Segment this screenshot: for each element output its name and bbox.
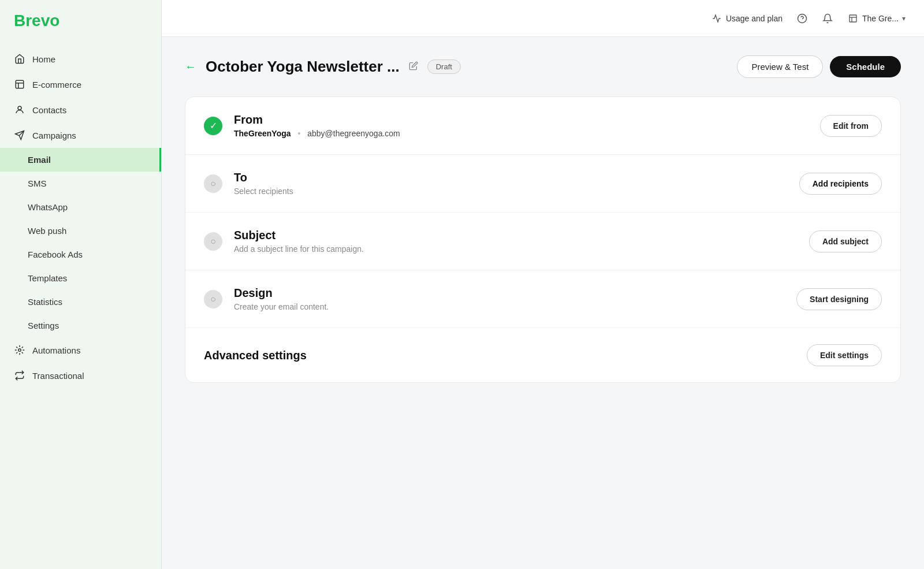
from-title: From <box>234 113 808 127</box>
start-designing-button[interactable]: Start designing <box>796 288 882 310</box>
to-section: ○ To Select recipients Add recipients <box>185 155 900 213</box>
help-item[interactable] <box>796 13 808 24</box>
usage-plan-label: Usage and plan <box>726 14 783 23</box>
subject-subtitle: Add a subject line for this campaign. <box>234 244 798 254</box>
to-action: Add recipients <box>799 173 882 195</box>
usage-plan-item[interactable]: Usage and plan <box>711 13 783 24</box>
advanced-section: Advanced settings Edit settings <box>185 328 900 382</box>
edit-settings-button[interactable]: Edit settings <box>807 344 882 366</box>
subject-section: ○ Subject Add a subject line for this ca… <box>185 213 900 270</box>
sidebar-item-settings[interactable]: Settings <box>0 314 161 337</box>
to-subtitle: Select recipients <box>234 187 788 196</box>
design-section: ○ Design Create your email content. Star… <box>185 270 900 328</box>
to-status-icon: ○ <box>204 174 222 193</box>
sidebar-item-webpush[interactable]: Web push <box>0 219 161 243</box>
sidebar-item-webpush-label: Web push <box>28 226 66 236</box>
sidebar-item-contacts-label: Contacts <box>32 105 66 115</box>
sidebar-item-ecommerce-label: E-commerce <box>32 80 81 90</box>
sidebar-item-automations[interactable]: Automations <box>0 337 161 363</box>
design-status-icon: ○ <box>204 290 222 308</box>
page-content: ← October Yoga Newsletter ... Draft Prev… <box>162 37 924 569</box>
schedule-button[interactable]: Schedule <box>830 56 901 77</box>
bell-icon <box>822 13 833 24</box>
design-body: Design Create your email content. <box>234 287 785 311</box>
from-action: Edit from <box>820 115 882 137</box>
chevron-down-icon: ▾ <box>902 14 906 23</box>
sidebar-item-ecommerce[interactable]: E-commerce <box>0 72 161 97</box>
from-meta: TheGreenYoga • abby@thegreenyoga.com <box>234 129 808 138</box>
subject-status-icon: ○ <box>204 232 222 251</box>
preview-test-button[interactable]: Preview & Test <box>737 55 823 78</box>
automations-icon <box>14 344 25 356</box>
add-subject-button[interactable]: Add subject <box>809 230 882 252</box>
svg-rect-0 <box>16 80 24 88</box>
sidebar-item-home[interactable]: Home <box>0 46 161 72</box>
subject-title: Subject <box>234 229 798 242</box>
main-area: Usage and plan The Gre... ▾ ← October Yo… <box>162 0 924 569</box>
design-title: Design <box>234 287 785 300</box>
sidebar-item-campaigns-label: Campaigns <box>32 131 76 140</box>
notifications-item[interactable] <box>822 13 833 24</box>
account-item[interactable]: The Gre... ▾ <box>847 13 906 24</box>
sidebar-item-whatsapp[interactable]: WhatsApp <box>0 195 161 219</box>
account-label: The Gre... <box>862 14 899 23</box>
sidebar-item-sms-label: SMS <box>28 178 47 188</box>
sidebar-item-facebookads-label: Facebook Ads <box>28 250 83 259</box>
logo: Brevo <box>0 0 161 42</box>
home-icon <box>14 53 25 65</box>
design-action: Start designing <box>796 288 882 310</box>
sidebar-item-whatsapp-label: WhatsApp <box>28 202 68 212</box>
page-title: October Yoga Newsletter ... <box>206 58 400 76</box>
to-title: To <box>234 171 788 184</box>
topbar: Usage and plan The Gre... ▾ <box>162 0 924 37</box>
sidebar-item-automations-label: Automations <box>32 345 80 355</box>
from-section: ✓ From TheGreenYoga • abby@thegreenyoga.… <box>185 97 900 155</box>
campaign-card: ✓ From TheGreenYoga • abby@thegreenyoga.… <box>185 96 901 383</box>
sidebar-item-templates[interactable]: Templates <box>0 266 161 290</box>
status-badge: Draft <box>427 59 461 74</box>
page-header: ← October Yoga Newsletter ... Draft Prev… <box>185 55 901 78</box>
advanced-title: Advanced settings <box>204 349 307 362</box>
sidebar-item-campaigns[interactable]: Campaigns <box>0 122 161 148</box>
help-icon <box>796 13 808 24</box>
chart-icon <box>711 13 722 24</box>
design-subtitle: Create your email content. <box>234 302 785 311</box>
sidebar-item-statistics[interactable]: Statistics <box>0 290 161 314</box>
sidebar: Brevo Home E-commerce Contacts Campaigns… <box>0 0 162 569</box>
sidebar-item-sms[interactable]: SMS <box>0 172 161 195</box>
edit-title-icon[interactable] <box>409 61 418 73</box>
subject-action: Add subject <box>809 230 882 252</box>
subject-body: Subject Add a subject line for this camp… <box>234 229 798 254</box>
ecommerce-icon <box>14 79 25 90</box>
sidebar-item-statistics-label: Statistics <box>28 297 62 307</box>
sidebar-item-templates-label: Templates <box>28 273 67 283</box>
from-body: From TheGreenYoga • abby@thegreenyoga.co… <box>234 113 808 138</box>
sidebar-item-email-label: Email <box>28 155 51 165</box>
to-body: To Select recipients <box>234 171 788 196</box>
building-icon <box>847 13 859 24</box>
edit-from-button[interactable]: Edit from <box>820 115 882 137</box>
sidebar-item-facebookads[interactable]: Facebook Ads <box>0 243 161 266</box>
transactional-icon <box>14 370 25 381</box>
sidebar-item-home-label: Home <box>32 54 55 64</box>
campaigns-icon <box>14 129 25 141</box>
sender-email: abby@thegreenyoga.com <box>307 129 400 138</box>
header-actions: Preview & Test Schedule <box>737 55 901 78</box>
contacts-icon <box>14 104 25 116</box>
sidebar-item-contacts[interactable]: Contacts <box>0 97 161 122</box>
add-recipients-button[interactable]: Add recipients <box>799 173 882 195</box>
svg-rect-7 <box>850 15 856 22</box>
brand-name: Brevo <box>14 12 59 29</box>
from-status-icon: ✓ <box>204 117 222 135</box>
sidebar-item-transactional[interactable]: Transactional <box>0 363 161 388</box>
svg-point-1 <box>18 106 21 110</box>
sidebar-item-email[interactable]: Email <box>0 148 161 172</box>
sidebar-item-settings-label: Settings <box>28 321 59 330</box>
svg-point-4 <box>18 349 21 352</box>
sidebar-item-transactional-label: Transactional <box>32 371 84 381</box>
back-button[interactable]: ← <box>185 60 196 73</box>
sender-name: TheGreenYoga <box>234 129 291 138</box>
